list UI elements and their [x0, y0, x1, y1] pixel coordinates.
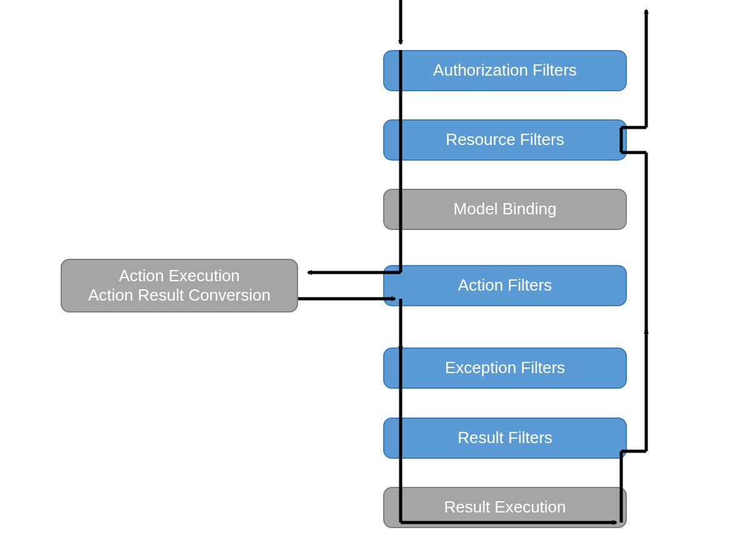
exception-filters-box: Exception Filters [383, 348, 627, 389]
model-binding-box: Model Binding [383, 189, 627, 230]
action-execution-line2: Action Result Conversion [88, 286, 271, 305]
action-execution-box: Action Execution Action Result Conversio… [61, 259, 298, 312]
authorization-filters-label: Authorization Filters [433, 61, 577, 80]
authorization-filters-box: Authorization Filters [383, 50, 627, 91]
result-filters-box: Result Filters [383, 418, 627, 459]
result-filters-label: Result Filters [458, 428, 552, 448]
action-filters-box: Action Filters [383, 265, 627, 306]
result-execution-label: Result Execution [444, 498, 566, 517]
resource-filters-box: Resource Filters [383, 119, 627, 161]
action-filters-label: Action Filters [458, 276, 552, 295]
result-execution-box: Result Execution [383, 487, 627, 528]
exception-filters-label: Exception Filters [445, 358, 565, 378]
action-execution-line1: Action Execution [119, 266, 240, 286]
model-binding-label: Model Binding [454, 199, 557, 219]
resource-filters-label: Resource Filters [446, 130, 564, 149]
